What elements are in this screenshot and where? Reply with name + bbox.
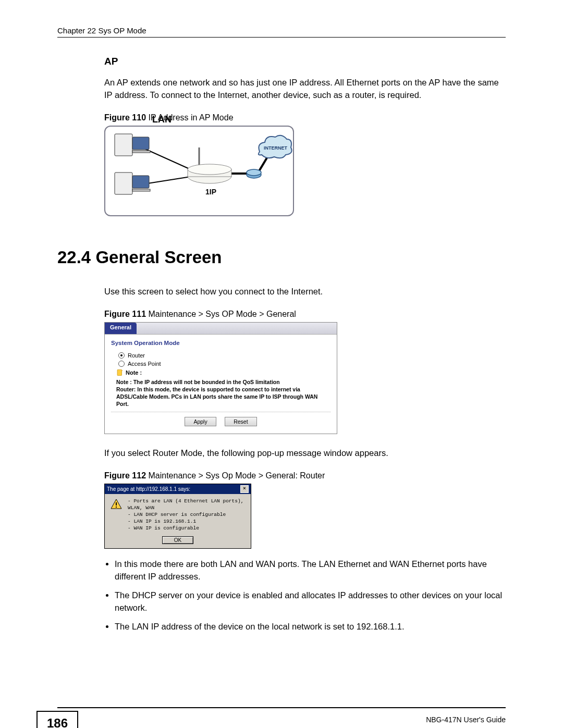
warning-icon <box>110 498 123 511</box>
svg-point-13 <box>188 164 231 175</box>
after-fig111-text: If you select Router Mode, the following… <box>104 447 506 460</box>
radio-ap-row[interactable]: Access Point <box>118 361 331 367</box>
computer-icon-2 <box>115 172 150 194</box>
radio-router-dot[interactable] <box>118 352 125 359</box>
lan-label: LAN <box>152 114 172 125</box>
popup-line-3: WAN IP is configurable <box>128 525 246 532</box>
svg-line-1 <box>144 176 194 184</box>
figure111-caption: Figure 111 Maintenance > Sys OP Mode > G… <box>104 310 506 319</box>
svg-rect-18 <box>116 507 117 508</box>
note-text-2: Router: In this mode, the device is supp… <box>116 386 331 408</box>
radio-router-row[interactable]: Router <box>118 352 331 359</box>
popup-title: The page at http://192.168.1.1 says: <box>107 486 190 492</box>
ok-button[interactable]: OK <box>162 536 193 544</box>
svg-rect-6 <box>132 151 150 153</box>
bullet-0: In this mode there are both LAN and WAN … <box>115 558 506 583</box>
popup-line-1: LAN DHCP server is configurable <box>128 512 246 519</box>
note-icon <box>116 369 124 376</box>
internet-label: INTERNET <box>264 145 288 151</box>
close-icon[interactable]: × <box>240 485 249 493</box>
svg-rect-5 <box>132 137 149 150</box>
figure111-screenshot: General System Operation Mode Router Acc… <box>104 322 337 435</box>
bullet-2: The LAN IP address of the device on the … <box>115 621 506 633</box>
ip-label: 1IP <box>205 188 216 196</box>
svg-point-15 <box>247 169 261 176</box>
radio-ap-label: Access Point <box>128 361 161 367</box>
page-footer: 186 NBG-417N User's Guide <box>57 707 506 708</box>
guide-name: NBG-417N User's Guide <box>426 715 506 724</box>
note-label: Note : <box>126 369 142 376</box>
radio-ap-dot[interactable] <box>118 361 125 367</box>
reset-button[interactable]: Reset <box>225 417 256 426</box>
note-text-1: Note : The IP address will not be bounde… <box>116 378 331 386</box>
popup-message-list: Ports are LAN (4 Ethernet LAN ports), WL… <box>128 498 246 532</box>
section-22-4-heading: 22.4 General Screen <box>57 248 506 267</box>
ap-heading: AP <box>104 56 506 67</box>
internet-cloud-icon: INTERNET <box>259 135 292 158</box>
page-number: 186 <box>36 711 78 728</box>
modem-icon <box>247 169 261 178</box>
tabs-row: General <box>105 323 337 335</box>
figure110-diagram: LAN 1I <box>104 126 294 216</box>
svg-rect-17 <box>116 502 117 505</box>
svg-rect-7 <box>115 172 132 194</box>
figure112-popup: The page at http://192.168.1.1 says: × P… <box>104 484 251 549</box>
system-operation-mode-title: System Operation Mode <box>111 340 331 346</box>
bullet-list: In this mode there are both LAN and WAN … <box>115 558 506 633</box>
svg-rect-8 <box>132 176 149 188</box>
figure112-label-bold: Figure 112 <box>104 471 146 480</box>
apply-button[interactable]: Apply <box>185 417 216 426</box>
bullet-1: The DHCP server on your device is enable… <box>115 589 506 614</box>
note-row: Note : <box>116 369 331 376</box>
figure112-label-rest: Maintenance > Sys Op Mode > General: Rou… <box>146 471 325 480</box>
popup-line-2: LAN IP is 192.168.1.1 <box>128 519 246 525</box>
popup-line-0: Ports are LAN (4 Ethernet LAN ports), WL… <box>128 498 246 512</box>
router-icon <box>188 147 231 183</box>
svg-rect-9 <box>132 189 150 191</box>
figure111-label-rest: Maintenance > Sys OP Mode > General <box>146 310 296 318</box>
ap-paragraph: An AP extends one network and so has jus… <box>104 77 506 102</box>
svg-rect-4 <box>115 134 132 156</box>
section-22-4-intro: Use this screen to select how you connec… <box>104 286 506 298</box>
figure111-label-bold: Figure 111 <box>104 310 146 318</box>
popup-titlebar: The page at http://192.168.1.1 says: × <box>105 484 251 494</box>
computer-icon-1 <box>115 134 150 156</box>
button-row: Apply Reset <box>111 412 331 428</box>
page-header: Chapter 22 Sys OP Mode <box>57 26 506 38</box>
svg-rect-16 <box>117 369 121 375</box>
tab-general[interactable]: General <box>105 323 137 334</box>
figure112-caption: Figure 112 Maintenance > Sys Op Mode > G… <box>104 471 506 480</box>
radio-router-label: Router <box>128 352 145 359</box>
